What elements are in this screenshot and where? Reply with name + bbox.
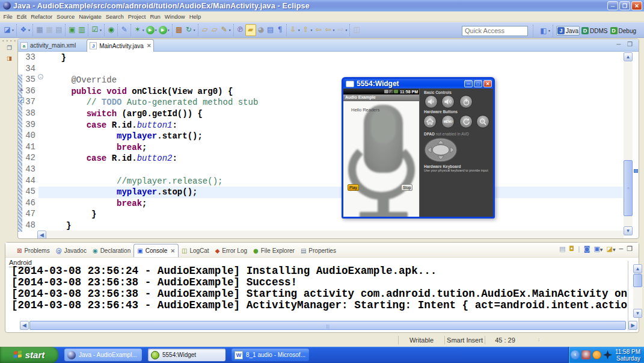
perspective-debug[interactable]: DDebug: [610, 26, 637, 35]
debug-icon[interactable]: ✶▼: [133, 24, 146, 36]
code-line-33[interactable]: 33 }: [18, 52, 623, 64]
menu-run[interactable]: Run: [148, 13, 162, 20]
menu-search[interactable]: Search: [103, 13, 126, 20]
menu-refactor[interactable]: Refactor: [29, 13, 55, 20]
refresh-icon[interactable]: ↻▼: [184, 24, 197, 36]
last-edit-icon[interactable]: ⇦: [314, 24, 324, 36]
mark-occurrences-icon[interactable]: ▰: [245, 24, 256, 36]
show-source-icon[interactable]: ▤: [266, 24, 275, 36]
power-button[interactable]: [459, 95, 473, 108]
emulator-minimize-button[interactable]: ─: [464, 80, 473, 87]
coverage-icon[interactable]: ▩: [174, 24, 184, 36]
print-icon[interactable]: ▤: [54, 24, 64, 36]
window-close-button[interactable]: ✕: [631, 1, 642, 10]
window-restore-button[interactable]: ❐: [619, 1, 630, 10]
console-tab-declaration[interactable]: ◉Declaration: [90, 244, 133, 257]
console-maximize-icon[interactable]: ❐: [627, 245, 633, 253]
menu-navigate[interactable]: Navigate: [77, 13, 104, 20]
console-tab-file-explorer[interactable]: ●File Explorer: [250, 244, 298, 257]
menu-project[interactable]: Project: [126, 13, 148, 20]
code-line-37[interactable]: 37 // TODO Auto-generated method stub: [18, 97, 623, 108]
window-minimize-button[interactable]: ─: [607, 1, 618, 10]
home-button[interactable]: [423, 115, 437, 128]
volume-down-button[interactable]: [425, 95, 438, 108]
plugin-icon[interactable]: ℗: [236, 24, 245, 36]
menu-help[interactable]: Help: [187, 13, 203, 20]
code-line-38[interactable]: 38 switch (arg0.getId()) {: [18, 108, 623, 120]
console-hscroll-thumb[interactable]: |||: [29, 321, 626, 330]
clear-console-icon[interactable]: ▤: [559, 245, 565, 253]
back-button[interactable]: [459, 115, 473, 128]
taskbar-button-2[interactable]: 5554:Widget: [148, 349, 225, 361]
save-all-icon[interactable]: ▦: [44, 24, 54, 36]
taskbar-button-1[interactable]: Java - AudioExampl...: [64, 349, 142, 361]
display-console-icon[interactable]: ▣▼: [593, 245, 603, 253]
console-scroll-up[interactable]: ▲: [633, 264, 642, 273]
console-tab-error-log[interactable]: ◆Error Log: [212, 244, 250, 257]
menu-source[interactable]: Source: [55, 13, 77, 20]
editor-tab-activity_main-xml[interactable]: aactivity_main.xml: [18, 39, 78, 52]
code-line-41[interactable]: 41 break;: [18, 142, 623, 154]
volume-up-button[interactable]: [441, 95, 455, 108]
emulator-maximize-button[interactable]: □: [474, 80, 482, 87]
quick-access-input[interactable]: [462, 26, 528, 36]
play-button[interactable]: Play: [348, 184, 359, 191]
search-button[interactable]: [476, 115, 489, 128]
dpad-control[interactable]: [424, 137, 458, 163]
scroll-lock-icon[interactable]: ◘: [569, 245, 574, 253]
code-line-48[interactable]: 48 }: [18, 220, 623, 232]
menu-window[interactable]: Window: [162, 13, 187, 20]
new-class-icon[interactable]: ◉: [106, 24, 116, 36]
menu-edit[interactable]: Edit: [14, 13, 28, 20]
code-line-42[interactable]: 42 case R.id.button2:: [18, 153, 623, 164]
console-tab-close-icon[interactable]: ✕: [170, 248, 175, 254]
perspective-java[interactable]: JJava: [556, 26, 580, 36]
open-folder-icon[interactable]: ▱: [200, 24, 210, 36]
open-perspective-icon[interactable]: ◧▼: [539, 25, 551, 37]
open-folder2-icon[interactable]: ▱: [210, 24, 219, 36]
new-wizard-icon[interactable]: ◪▼: [2, 24, 15, 36]
emulator-screen[interactable]: 11:58 PM Audio Example Hello Readers Pla…: [343, 88, 420, 217]
console-tab-problems[interactable]: ⊠Problems: [14, 244, 53, 257]
junit-icon[interactable]: ☑▼: [90, 24, 103, 36]
stop-button[interactable]: Stop: [401, 184, 412, 191]
editor-minmax-buttons[interactable]: ─ ❐: [616, 41, 635, 48]
console-vscroll-thumb[interactable]: [633, 274, 642, 287]
console-tab-console[interactable]: ▣Console✕: [133, 244, 179, 257]
emulator-close-button[interactable]: ✕: [483, 80, 492, 87]
editor-scroll-up[interactable]: ▲: [624, 52, 633, 61]
update-tray-icon[interactable]: [592, 350, 601, 359]
code-line-40[interactable]: 40 myplayer.start();: [18, 131, 623, 142]
editor-tab-MainActivity-java[interactable]: JMainActivity.java✕: [87, 39, 154, 52]
console-tab-javadoc[interactable]: @Javadoc: [53, 244, 90, 257]
menu-button[interactable]: MENU: [441, 115, 455, 128]
open-console-icon[interactable]: ◪▼: [606, 245, 615, 253]
run-history-icon[interactable]: ▶▼: [158, 24, 171, 36]
android-sdk-manager-icon[interactable]: ▥: [77, 24, 87, 36]
brush-icon[interactable]: ✎▼: [219, 24, 232, 36]
package-explorer-icon[interactable]: ◨: [5, 55, 14, 63]
whitespace-icon[interactable]: ¶: [275, 24, 285, 36]
menu-file[interactable]: File: [1, 13, 14, 20]
next-annotation-icon[interactable]: ⇩▼: [289, 24, 301, 36]
externalize-icon[interactable]: ◕: [256, 24, 266, 36]
console-tab-logcat[interactable]: ◫LogCat: [179, 244, 212, 257]
tab-close-icon[interactable]: ✕: [147, 43, 152, 49]
code-line-46[interactable]: 46 break;: [18, 198, 623, 209]
code-line-44[interactable]: 44 //myplayer.release();: [18, 176, 623, 187]
code-line-45[interactable]: 45 myplayer.stop();: [18, 187, 623, 198]
console-scroll-right[interactable]: ▶: [628, 321, 637, 330]
code-line-36[interactable]: 36 public void onClick(View arg0) {: [18, 86, 623, 98]
java-tray-icon[interactable]: [581, 350, 590, 359]
editor-scroll-down[interactable]: ▼: [624, 226, 633, 235]
restore-view-icon[interactable]: ❐: [5, 45, 14, 53]
perspective-ddms[interactable]: DDDMS: [581, 26, 608, 35]
code-line-43[interactable]: 43: [18, 164, 623, 176]
forward-icon[interactable]: ⇨▼: [336, 24, 348, 36]
fold-marker[interactable]: -: [38, 74, 43, 79]
link-editor-icon[interactable]: ◫: [352, 24, 361, 36]
run-icon[interactable]: ▶▼: [146, 24, 158, 36]
console-minimize-icon[interactable]: ─: [619, 245, 624, 253]
code-line-39[interactable]: 39 case R.id.button1:: [18, 120, 623, 131]
code-line-34[interactable]: 34: [18, 64, 623, 75]
